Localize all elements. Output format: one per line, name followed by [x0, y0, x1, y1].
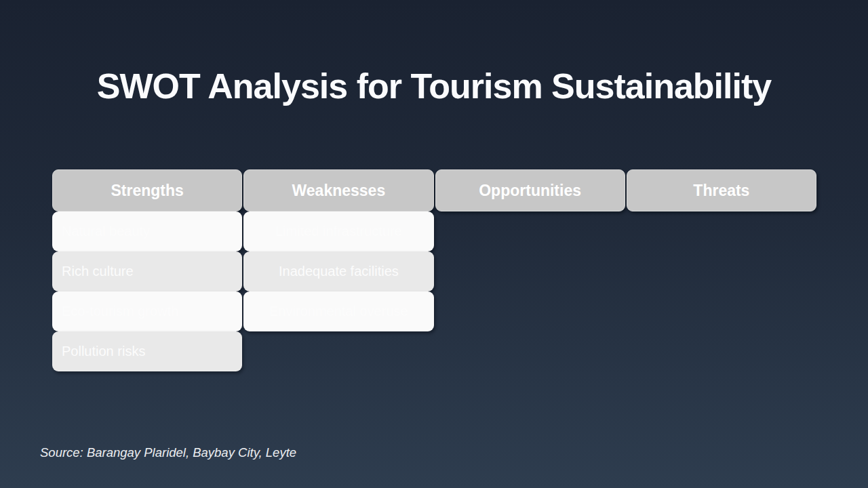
- swot-table: Strengths Natural beauty Rich culture Ec…: [52, 169, 816, 371]
- swot-item[interactable]: Limited infrastructure: [243, 211, 433, 251]
- page-title: SWOT Analysis for Tourism Sustainability: [0, 66, 868, 106]
- swot-slide: { "slide": { "title": "SWOT Analysis for…: [0, 0, 868, 488]
- swot-item[interactable]: Eco-tourism growth: [52, 291, 242, 331]
- swot-item[interactable]: Environmental overuse: [243, 291, 433, 331]
- column-header-strengths: Strengths: [52, 169, 242, 211]
- swot-column-strengths: Strengths Natural beauty Rich culture Ec…: [52, 169, 242, 371]
- swot-item[interactable]: Inadequate facilities: [243, 251, 433, 291]
- column-header-threats: Threats: [627, 169, 816, 211]
- column-header-weaknesses: Weaknesses: [243, 169, 433, 211]
- swot-column-threats: Threats: [627, 169, 816, 211]
- column-header-opportunities: Opportunities: [435, 169, 625, 211]
- source-citation: Source: Barangay Plaridel, Baybay City, …: [40, 445, 296, 460]
- swot-column-weaknesses: Weaknesses Limited infrastructure Inadeq…: [243, 169, 433, 331]
- swot-item[interactable]: Rich culture: [52, 251, 242, 291]
- swot-column-opportunities: Opportunities: [435, 169, 625, 211]
- swot-item[interactable]: Natural beauty: [52, 211, 242, 251]
- swot-item[interactable]: Pollution risks: [52, 331, 242, 371]
